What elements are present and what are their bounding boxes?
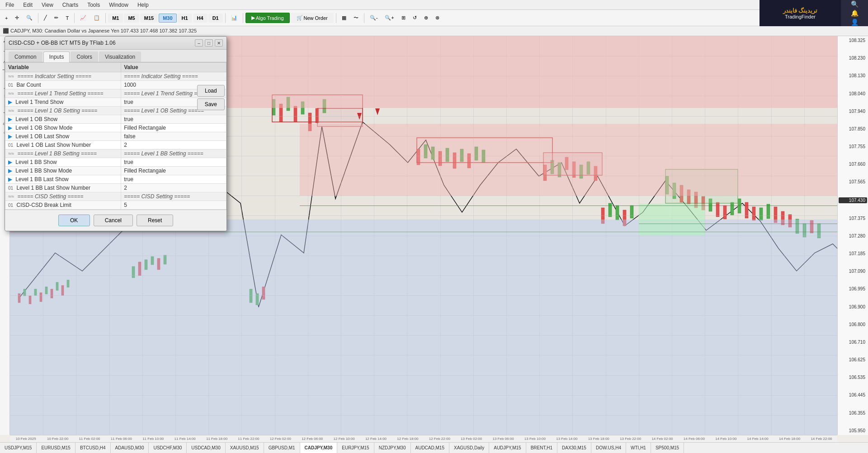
notification-icon[interactable]: 🔔 [851,9,859,17]
reset-btn[interactable]: Reset [137,215,173,226]
tab-inputs[interactable]: Inputs [43,51,70,62]
load-btn[interactable]: Load [197,85,225,97]
tab-cadjpy[interactable]: CADJPY,M30 [300,443,338,453]
menu-help[interactable]: Help [136,1,151,9]
table-row[interactable]: 01 Bar Count 1000 [5,81,226,89]
val-cell[interactable]: true [121,115,226,124]
account-icon[interactable]: 👤 [851,19,859,26]
tab-xauusd[interactable]: XAUUSD,M15 [226,443,264,453]
tf-d1[interactable]: D1 [208,14,223,23]
new-order-btn[interactable]: 🛒 New Order [291,13,334,23]
toolbar-sep-5 [243,13,243,23]
table-row[interactable]: ▶ Level 1 OB Last Show false [5,132,226,141]
search-icon[interactable]: 🔍 [851,0,859,8]
prop1-btn[interactable]: ⊕ [421,13,431,23]
tf-m1[interactable]: M1 [108,14,123,23]
time-23: 14 Feb 14:00 [742,437,774,441]
prop2-btn[interactable]: ⊗ [432,13,443,23]
val-cell[interactable]: 2 [121,184,226,192]
template-btn[interactable]: 📋 [90,13,103,23]
new-chart-btn[interactable]: + [2,14,11,23]
tab-dowus[interactable]: DOW.US,H4 [591,443,626,453]
indicator-btn[interactable]: 📈 [77,13,90,23]
save-btn[interactable]: Save [197,98,225,110]
table-row[interactable]: ▶ Level 1 OB Show true [5,115,226,124]
tab-audcad[interactable]: AUDCAD,M15 [411,443,449,453]
tab-usdchf[interactable]: USDCHF,M30 [149,443,187,453]
var-cell: ▶ Level 1 OB Show Mode [5,124,121,132]
menu-file[interactable]: File [4,1,16,9]
tf-h1[interactable]: H1 [178,14,192,23]
table-row[interactable]: ▶ Level 1 BB Show true [5,158,226,167]
tab-dax30[interactable]: DAX30,M15 [557,443,591,453]
tab-eurjpy[interactable]: EURJPY,M15 [337,443,374,453]
tab-adausd[interactable]: ADAUSD,M30 [111,443,149,453]
menu-charts[interactable]: Charts [61,1,80,9]
zoom-in-btn[interactable]: 🔍+ [382,13,397,23]
tab-eurusd[interactable]: EURUSD,M15 [37,443,75,453]
table-row[interactable]: ▶ Level 1 BB Show Mode Filled Rectangale [5,167,226,175]
bar-chart-btn[interactable]: ▦ [339,13,349,23]
menu-edit[interactable]: Edit [21,1,34,9]
crosshair-btn[interactable]: ✛ [12,13,22,23]
refresh-btn[interactable]: ↺ [410,13,420,23]
table-row[interactable]: 01 Level 1 BB Last Show Number 2 [5,184,226,192]
tab-usdcad[interactable]: USDCAD,M30 [187,443,225,453]
main-toolbar: + ✛ 🔍 ╱ ✏ T 📈 📋 M1 M5 M15 M30 H1 H4 D1 📊… [0,10,868,26]
table-row[interactable]: ▶ Level 1 BB Last Show true [5,175,226,184]
tab-colors[interactable]: Colors [71,51,98,62]
algo-trading-btn[interactable]: ▶ Algo Trading [245,13,290,23]
price-108230: 108.230 [839,56,867,61]
val-cell[interactable]: Filled Rectangale [121,124,226,132]
tab-sp500[interactable]: SP500,M15 [651,443,684,453]
menu-view[interactable]: View [40,1,55,9]
tab-xagusd[interactable]: XAGUSD,Daily [449,443,489,453]
menu-tools[interactable]: Tools [85,1,102,9]
price-106355: 106.355 [839,411,867,416]
val-cell[interactable]: true [121,175,226,184]
val-cell[interactable]: 5 [121,201,226,210]
tf-h4[interactable]: H4 [193,14,208,23]
grid-btn[interactable]: ⊞ [398,13,409,23]
time-15: 13 Feb 06:00 [487,437,519,441]
val-cell[interactable]: true [121,158,226,167]
table-row[interactable]: 01 CISD-CSD Break Limit 5 [5,201,226,210]
tab-usdjpy[interactable]: USDJPY,M15 [0,443,37,453]
table-row[interactable]: ▶ Level 1 Trend Show true [5,98,226,107]
tab-brent[interactable]: BRENT,H1 [526,443,557,453]
val-cell[interactable]: false [121,132,226,141]
val-cell[interactable]: Filled Rectangale [121,167,226,175]
price-107565: 107.565 [839,179,867,184]
maximize-btn[interactable]: □ [205,39,213,47]
pencil-btn[interactable]: ✏ [51,13,61,23]
tf-m15[interactable]: M15 [140,14,158,23]
symbol-info: ⬛ CADJPY, M30: Canadian Dollar vs Japane… [3,28,197,34]
tab-nzdjpy[interactable]: NZDJPY,M30 [374,443,411,453]
tab-audjpy[interactable]: AUDJPY,M15 [489,443,526,453]
price-axis: 108.325 108.230 108.130 108.040 107.940 … [837,36,868,435]
tab-gbpusd[interactable]: GBPUSD,M1 [264,443,300,453]
zigzag-btn[interactable]: 〜 [350,13,362,23]
tab-wti[interactable]: WTI,H1 [626,443,651,453]
chart-type-btn[interactable]: 📊 [228,13,241,23]
minimize-btn[interactable]: – [195,39,203,47]
text-btn[interactable]: T [62,14,72,23]
price-106710: 106.710 [839,340,867,345]
val-cell[interactable]: 2 [121,141,226,149]
tab-btcusd[interactable]: BTCUSD,H4 [75,443,111,453]
zoom-btn[interactable]: 🔍 [23,13,36,23]
dialog-titlebar[interactable]: CISD-CSD + OB-BB ICT MT5 By TFlab 1.06 –… [5,37,226,50]
tab-common[interactable]: Common [9,51,42,62]
zoom-out-btn[interactable]: 🔍- [367,13,381,23]
tab-visualization[interactable]: Visualization [99,51,141,62]
close-btn[interactable]: ✕ [215,39,223,47]
line-btn[interactable]: ╱ [41,13,50,23]
cancel-btn[interactable]: Cancel [94,215,133,226]
tf-m30[interactable]: M30 [159,14,176,23]
tf-m5[interactable]: M5 [124,14,139,23]
time-3: 11 Feb 06:00 [105,437,137,441]
table-row[interactable]: 01 Level 1 OB Last Show Number 2 [5,141,226,149]
ok-btn[interactable]: OK [58,215,90,226]
table-row[interactable]: ▶ Level 1 OB Show Mode Filled Rectangale [5,124,226,132]
menu-window[interactable]: Window [107,1,130,9]
